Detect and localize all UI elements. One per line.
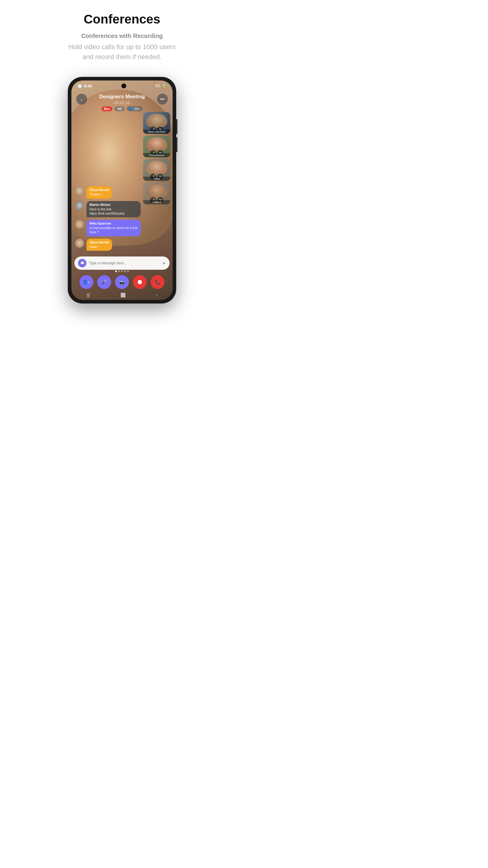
dot-5 bbox=[127, 270, 129, 272]
hd-badge: HD bbox=[115, 106, 124, 111]
bubble-martin: Martin Melzer Here is the link https://l… bbox=[87, 201, 141, 218]
record-icon bbox=[138, 280, 142, 284]
network-label: 5G bbox=[156, 84, 160, 88]
mute-button[interactable]: 🎤 bbox=[97, 275, 111, 289]
text-oliva-2: Hello ! bbox=[90, 245, 99, 249]
anna-name: Anna bbox=[143, 177, 170, 181]
message-avatar-icon: 💬 bbox=[78, 259, 87, 267]
avatar-oliva bbox=[75, 186, 84, 195]
participant-elena[interactable]: 🎤 📷 Elena Maria bbox=[143, 135, 170, 157]
adam-face bbox=[146, 114, 167, 128]
end-call-button[interactable]: 📞 bbox=[151, 275, 164, 289]
battery-icon: 🔋 bbox=[162, 84, 167, 88]
sender-mika: Mika Sparrow bbox=[90, 221, 138, 225]
status-bar: 🕐 9:40 5G 🔋 bbox=[71, 81, 173, 91]
avatar-mika bbox=[75, 220, 84, 229]
camera-notch bbox=[121, 84, 126, 88]
dot-4 bbox=[124, 270, 126, 272]
anna-face bbox=[146, 161, 167, 175]
chat-overlay: Oliva Herold Thanks ! Martin Melzer Here… bbox=[71, 184, 173, 253]
status-time: 🕐 9:40 bbox=[77, 84, 92, 88]
chat-message-1: Oliva Herold Thanks ! bbox=[75, 186, 147, 198]
add-participant-button[interactable]: 👤+ bbox=[79, 275, 93, 289]
microphone-icon: 🎤 bbox=[101, 280, 107, 284]
page-title: Conferences bbox=[68, 12, 175, 27]
dot-1 bbox=[115, 270, 117, 272]
record-button[interactable] bbox=[133, 275, 147, 289]
page-dots bbox=[115, 270, 129, 272]
avatar-martin bbox=[75, 201, 84, 210]
chat-icon: 💬 bbox=[80, 261, 85, 265]
message-input[interactable] bbox=[89, 261, 160, 265]
bubble-oliva-2: Oliva Herold Hello ! bbox=[87, 239, 112, 251]
chat-message-2: Martin Melzer Here is the link https://l… bbox=[75, 201, 147, 218]
users-badge: 👥 99+ bbox=[127, 106, 142, 111]
call-timer: 00:20:18 bbox=[74, 100, 170, 105]
call-badges: Rec HD 👥 99+ bbox=[74, 106, 170, 111]
nav-menu-icon[interactable]: ||| bbox=[87, 293, 90, 298]
dot-3 bbox=[121, 270, 123, 272]
page-subtitle-regular: Hold video calls for up to 1000 usersand… bbox=[68, 42, 175, 62]
nav-home-icon[interactable]: ⬜ bbox=[121, 293, 126, 298]
chat-message-3: Mika Sparrow Is that possible to send me… bbox=[75, 220, 147, 236]
page-subtitle-bold: Conferences with Recording bbox=[68, 33, 175, 39]
adam-name: Adam Sanders bbox=[143, 130, 170, 134]
phone-screen: 🕐 9:40 5G 🔋 ⌄ ••• Designers Meeting bbox=[71, 81, 173, 300]
phone-volume-button bbox=[176, 119, 177, 134]
camera-button[interactable]: 📷 bbox=[115, 275, 129, 289]
android-nav: ||| ⬜ ‹ bbox=[71, 293, 173, 298]
status-icons: 5G 🔋 bbox=[156, 84, 167, 88]
chat-message-4: Oliva Herold Hello ! bbox=[75, 239, 147, 251]
phone-mockup: 🕐 9:40 5G 🔋 ⌄ ••• Designers Meeting bbox=[68, 77, 176, 304]
camera-icon: 📷 bbox=[119, 280, 124, 284]
sender-martin: Martin Melzer bbox=[90, 203, 138, 207]
sender-oliva2: Oliva Herold bbox=[90, 241, 109, 244]
add-user-icon: 👤+ bbox=[83, 280, 90, 284]
phone-end-icon: 📞 bbox=[155, 280, 160, 284]
nav-back-icon[interactable]: ‹ bbox=[156, 293, 158, 298]
text-martin: Here is the link https://link.icw/403zyd… bbox=[90, 207, 124, 215]
sender-oliva: Oliva Herold bbox=[90, 188, 109, 192]
bubble-mika: Mika Sparrow Is that possible to send me… bbox=[87, 220, 141, 236]
phone-shell: 🕐 9:40 5G 🔋 ⌄ ••• Designers Meeting bbox=[68, 77, 176, 304]
elena-face bbox=[146, 137, 167, 151]
call-controls: 👤+ 🎤 📷 📞 bbox=[71, 275, 173, 289]
message-input-bar: 💬 ➤ bbox=[74, 256, 170, 270]
phone-power-button bbox=[176, 137, 177, 152]
participant-anna[interactable]: 🎤 📷 Anna bbox=[143, 159, 170, 181]
clock-icon: 🕐 bbox=[77, 84, 82, 88]
participant-adam[interactable]: 🎤 📷 Adam Sanders bbox=[143, 112, 170, 134]
dot-2 bbox=[118, 270, 120, 272]
elena-name: Elena Maria bbox=[143, 153, 170, 157]
text-mika: Is that possible to send me a link here … bbox=[90, 226, 138, 234]
call-title: Designers Meeting bbox=[74, 94, 170, 100]
recording-badge: Rec bbox=[101, 106, 112, 111]
text-oliva-1: Thanks ! bbox=[90, 193, 102, 196]
send-button[interactable]: ➤ bbox=[162, 261, 166, 266]
users-icon: 👥 bbox=[129, 107, 133, 111]
call-header: Designers Meeting 00:20:18 Rec HD 👥 99+ bbox=[71, 91, 173, 114]
bubble-oliva-1: Oliva Herold Thanks ! bbox=[87, 186, 112, 198]
page-header: Conferences Conferences with Recording H… bbox=[62, 0, 182, 68]
avatar-oliva2 bbox=[75, 239, 84, 248]
